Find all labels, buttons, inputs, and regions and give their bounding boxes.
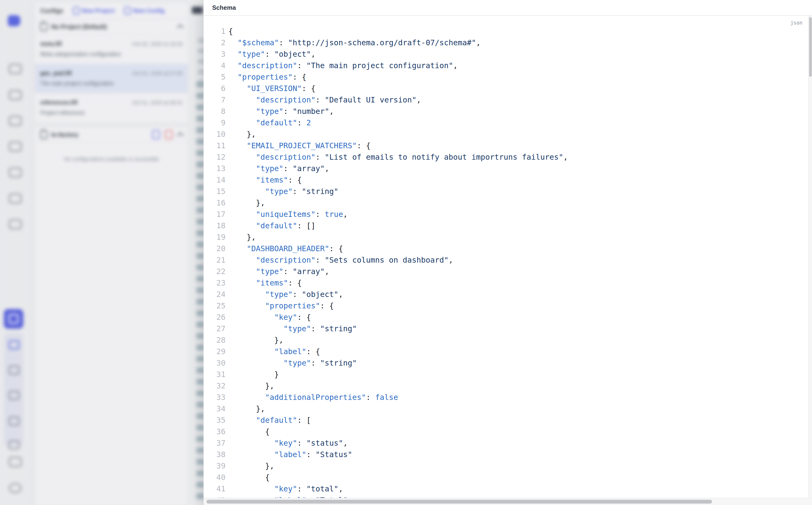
nav-icon-6[interactable] [9,193,22,203]
config-row-gas-pad-selected[interactable]: gas_pad.lifl Oct 01, 2025 at 07:55 The m… [35,64,188,94]
new-config-label: New Config [133,7,165,14]
nav-icon-7[interactable] [9,219,22,229]
new-project-button[interactable]: New Project [73,7,114,15]
code-line: 19 }, [204,231,808,243]
add-config-icon[interactable] [152,130,160,139]
modal-title: Schema [212,4,236,11]
collapse-chevron-icon[interactable] [177,132,184,139]
screen: Configs New Project New Config No Projec… [0,0,812,505]
code-line: 7 "description": "Default UI version", [204,94,808,106]
configs-panel: Configs New Project New Config No Projec… [34,2,188,505]
config-description: The main project configuration [40,80,183,87]
code-line: 32 }, [204,380,808,391]
help-icon[interactable] [9,483,22,493]
code-line: 29 "label": { [204,346,808,357]
code-line: 6 "UI_VERSION": { [204,83,808,94]
schema-modal: Schema 1{2 "$schema": "http://json-schem… [204,0,812,505]
nav-icon-2[interactable] [9,90,22,100]
in-factory-group-title: In-factory [51,131,78,138]
obscured-header-text [192,7,203,14]
code-line: 3 "type": "object", [204,48,808,60]
code-line: 1{ [204,25,808,37]
code-line: 27 "type": "string" [204,323,808,334]
nav-icon-4[interactable] [9,142,22,152]
in-factory-group-header[interactable]: In-factory [35,127,188,143]
code-line: 42 "label": "Total" [204,495,808,498]
nav-icon-3[interactable] [9,116,22,126]
code-line: 16 }, [204,197,808,208]
delete-icon[interactable] [165,130,173,139]
code-line: 13 "type": "array", [204,163,808,174]
subnav-icon-2[interactable] [9,366,20,375]
code-line: 28 }, [204,334,808,346]
code-line: 11 "EMAIL_PROJECT_WATCHERS": { [204,140,808,151]
config-name: gas_pad.lifl [40,70,72,76]
code-line: 21 "description": "Sets columns on dashb… [204,254,808,266]
language-badge: json [790,20,802,26]
code-line: 26 "key": { [204,312,808,323]
configs-panel-header: Configs New Project New Config [35,3,188,19]
code-line: 20 "DASHBOARD_HEADER": { [204,243,808,254]
left-nav-rail [0,0,32,505]
vertical-scrollbar[interactable] [808,16,812,498]
vertical-scrollbar-thumb[interactable] [809,17,812,77]
code-line: 17 "uniqueItems": true, [204,208,808,220]
subnav-icon-4[interactable] [9,416,20,426]
config-description: Project references [40,110,183,116]
code-lines: 1{2 "$schema": "http://json-schema.org/d… [204,25,808,498]
nav-item-configs-active[interactable] [4,309,23,329]
config-description: Meta categorization configuration [40,51,183,57]
user-icon[interactable] [9,457,22,467]
config-date: Oct 01, 2025 at 08:41 [132,100,183,106]
project-group-title: No Project (Default) [51,23,107,30]
code-line: 34 }, [204,403,808,414]
code-line: 41 "key": "total", [204,483,808,495]
modal-header: Schema [204,0,812,16]
code-line: 10 }, [204,129,808,140]
code-line: 37 "key": "status", [204,437,808,449]
config-row-references[interactable]: references.lifl Oct 01, 2025 at 08:41 Pr… [35,94,188,122]
collapse-chevron-icon[interactable] [177,24,184,31]
code-line: 8 "type": "number", [204,106,808,117]
horizontal-scrollbar[interactable] [204,498,812,505]
code-line: 2 "$schema": "http://json-schema.org/dra… [204,37,808,48]
code-line: 30 "type": "string" [204,357,808,369]
clipboard-icon [40,22,47,31]
config-row-meta[interactable]: meta.lifl Oct 02, 2025 at 18:28 Meta cat… [35,35,188,64]
code-line: 40 { [204,472,808,483]
clipboard-icon [40,130,47,139]
code-line: 39 }, [204,460,808,472]
new-project-label: New Project [82,7,114,14]
panel-title: Configs [40,7,63,15]
code-line: 38 "label": "Status" [204,449,808,460]
code-line: 24 "type": "object", [204,289,808,300]
code-line: 14 "items": { [204,174,808,186]
code-line: 22 "type": "array", [204,266,808,277]
subnav-icon-3[interactable] [9,391,20,400]
new-config-button[interactable]: New Config [124,7,165,15]
code-line: 36 { [204,426,808,437]
code-line: 23 "items": { [204,277,808,289]
horizontal-scrollbar-thumb[interactable] [207,500,712,504]
project-group-header[interactable]: No Project (Default) [35,19,188,35]
card-separator [35,122,188,127]
code-line: 25 "properties": { [204,300,808,312]
config-date: Oct 01, 2025 at 07:55 [132,70,183,76]
subnav-icon-1[interactable] [9,340,20,349]
code-line: 12 "description": "List of emails to not… [204,151,808,163]
underlying-editor-strip [188,0,205,505]
config-name: meta.lifl [40,40,62,47]
app-logo [8,15,20,26]
subnav-icon-5[interactable] [9,441,20,450]
new-project-icon [73,7,79,15]
nav-icon-5[interactable] [9,168,22,178]
code-line: 9 "default": 2 [204,117,808,129]
code-line: 18 "default": [] [204,220,808,231]
code-line: 31 } [204,369,808,380]
nav-icon-1[interactable] [9,64,22,74]
code-line: 33 "additionalProperties": false [204,391,808,403]
new-config-icon [124,7,131,15]
code-viewer[interactable]: 1{2 "$schema": "http://json-schema.org/d… [204,16,808,498]
code-line: 15 "type": "string" [204,186,808,197]
obscured-line-numbers [197,81,205,505]
